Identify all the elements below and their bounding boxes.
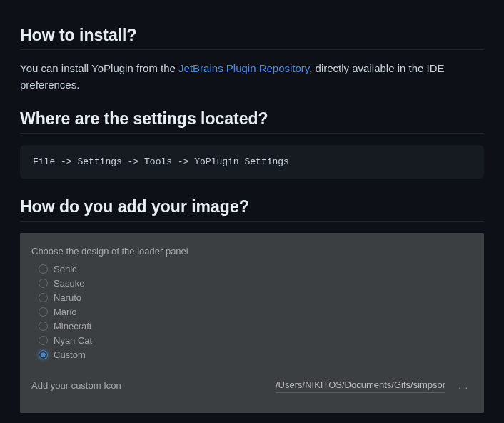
radio-option-naruto[interactable]: Naruto xyxy=(39,291,473,305)
custom-icon-path-input[interactable] xyxy=(276,378,445,393)
radio-label: Minecraft xyxy=(54,321,91,332)
radio-option-sonic[interactable]: Sonic xyxy=(39,262,473,277)
custom-icon-row: Add your custom Icon ... xyxy=(31,378,473,393)
radio-icon xyxy=(39,322,48,331)
radio-option-custom[interactable]: Custom xyxy=(39,348,473,362)
radio-icon xyxy=(39,336,48,345)
radio-option-nyan-cat[interactable]: Nyan Cat xyxy=(39,334,473,348)
radio-label: Sonic xyxy=(54,264,77,274)
radio-option-minecraft[interactable]: Minecraft xyxy=(39,319,473,334)
radio-label: Naruto xyxy=(54,292,81,303)
install-heading: How to install? xyxy=(20,26,484,50)
custom-icon-label: Add your custom Icon xyxy=(31,380,267,391)
radio-list: Sonic Sasuke Naruto Mario Minecraft Nyan… xyxy=(39,262,473,362)
settings-heading: Where are the settings located? xyxy=(20,109,484,134)
install-text-before: You can install YoPlugin from the xyxy=(20,62,178,74)
loader-panel: Choose the design of the loader panel So… xyxy=(20,233,484,413)
radio-option-mario[interactable]: Mario xyxy=(39,305,473,319)
plugin-repo-link[interactable]: JetBrains Plugin Repository xyxy=(178,62,309,74)
radio-label: Sasuke xyxy=(54,278,84,289)
document-root: How to install? You can install YoPlugin… xyxy=(0,0,504,423)
radio-icon xyxy=(39,307,48,317)
radio-icon xyxy=(39,279,48,288)
radio-icon xyxy=(39,264,48,274)
radio-icon xyxy=(39,350,48,359)
settings-code-block: File -> Settings -> Tools -> YoPlugin Se… xyxy=(20,145,484,179)
panel-title: Choose the design of the loader panel xyxy=(31,246,473,257)
add-image-heading: How do you add your image? xyxy=(20,197,484,222)
radio-label: Custom xyxy=(54,349,86,360)
radio-icon xyxy=(39,293,48,302)
radio-label: Nyan Cat xyxy=(54,335,92,346)
radio-label: Mario xyxy=(54,307,77,317)
browse-button[interactable]: ... xyxy=(454,380,473,391)
install-paragraph: You can install YoPlugin from the JetBra… xyxy=(20,60,484,94)
radio-option-sasuke[interactable]: Sasuke xyxy=(39,277,473,291)
